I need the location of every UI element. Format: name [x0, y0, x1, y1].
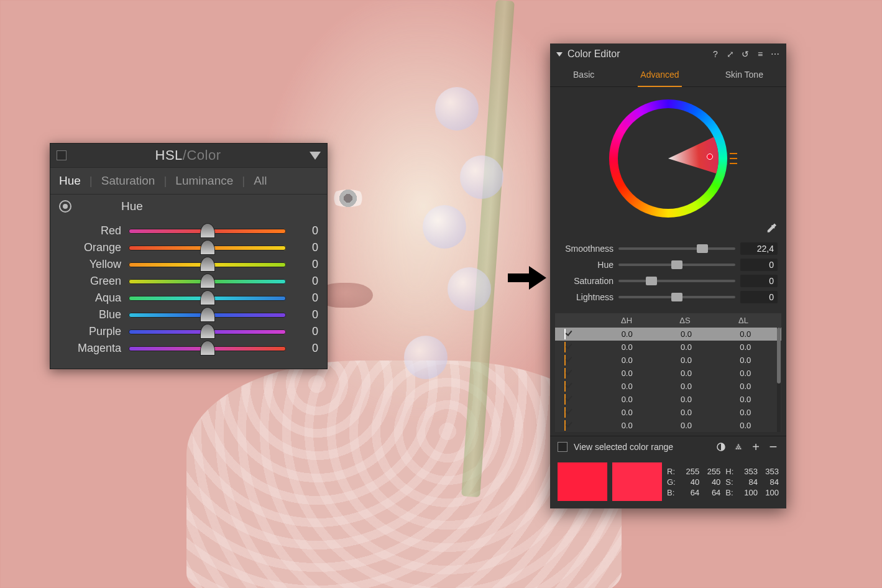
tab-hue[interactable]: Hue	[59, 174, 81, 188]
slider-value[interactable]: 0	[293, 325, 318, 338]
tab-saturation[interactable]: Saturation	[101, 174, 155, 188]
slider-hue: Hue0	[559, 259, 778, 271]
slider-thumb[interactable]	[671, 293, 682, 301]
cell-ds: 0.0	[656, 382, 715, 391]
slider-track[interactable]	[129, 313, 286, 318]
more-icon[interactable]: ⋯	[770, 49, 780, 59]
slider-value[interactable]: 0	[293, 308, 318, 321]
slider-track[interactable]	[129, 262, 286, 267]
slider-track[interactable]	[618, 296, 735, 298]
help-icon[interactable]: ?	[710, 49, 720, 59]
slider-value[interactable]: 0	[740, 275, 778, 287]
table-header: ΔH ΔS ΔL	[555, 313, 781, 328]
table-row[interactable]: 0.00.00.0	[555, 367, 781, 380]
panel-switch-icon[interactable]	[57, 150, 67, 160]
panel-title: Color Editor	[567, 48, 705, 60]
presets-icon[interactable]: ≡	[755, 49, 765, 59]
svg-point-2	[738, 448, 739, 449]
tab-advanced[interactable]: Advanced	[638, 65, 681, 87]
title-color[interactable]: Color	[186, 147, 221, 163]
slider-orange: Orange0	[59, 241, 318, 254]
slider-track[interactable]	[129, 296, 286, 301]
row-checkbox[interactable]	[564, 420, 566, 431]
slider-thumb[interactable]	[646, 277, 657, 285]
color-info: R:255255 H:353353 G:4040 S:8484 B:6464 B…	[550, 457, 786, 508]
tab-all[interactable]: All	[254, 174, 267, 188]
slider-thumb[interactable]	[201, 257, 214, 271]
table-row[interactable]: 0.00.00.0	[555, 354, 781, 367]
slider-track[interactable]	[129, 279, 286, 284]
row-checkbox[interactable]	[564, 381, 566, 392]
slider-label: Blue	[59, 308, 121, 321]
slider-thumb[interactable]	[201, 224, 214, 237]
tab-luminance[interactable]: Luminance	[175, 174, 233, 188]
table-row[interactable]: 0.00.00.0	[555, 419, 781, 432]
slider-value[interactable]: 0	[293, 224, 318, 237]
slider-track[interactable]	[129, 246, 286, 250]
selection-wedge[interactable]	[618, 108, 719, 209]
color-wheel[interactable]	[609, 99, 727, 218]
cell-dl: 0.0	[716, 408, 775, 417]
slider-thumb[interactable]	[671, 260, 682, 269]
table-row[interactable]: 0.00.00.0	[555, 380, 781, 393]
reset-icon[interactable]: ↺	[740, 49, 750, 59]
range-handles[interactable]	[730, 153, 737, 164]
slider-thumb[interactable]	[697, 244, 708, 253]
table-row[interactable]: 0.00.00.0	[555, 328, 781, 341]
collapse-icon[interactable]	[310, 152, 321, 160]
slider-label: Lightness	[559, 292, 613, 302]
row-checkbox[interactable]	[564, 407, 566, 418]
view-range-checkbox[interactable]	[558, 442, 567, 452]
slider-value[interactable]: 0	[293, 258, 318, 271]
table-row[interactable]: 0.00.00.0	[555, 341, 781, 354]
slider-value[interactable]: 0	[293, 342, 318, 355]
slider-thumb[interactable]	[201, 274, 214, 288]
slider-track[interactable]	[618, 247, 735, 250]
slider-track[interactable]	[129, 329, 286, 334]
expand-icon[interactable]: ⤢	[725, 49, 735, 59]
invert-icon[interactable]	[733, 441, 744, 452]
slider-label: Saturation	[559, 276, 613, 286]
row-checkbox[interactable]	[564, 355, 566, 365]
swatch-after	[612, 462, 662, 501]
targeted-adjustment-icon[interactable]	[59, 200, 71, 213]
slider-thumb[interactable]	[201, 341, 214, 355]
tab-basic[interactable]: Basic	[571, 65, 597, 86]
slider-label: Purple	[59, 325, 121, 338]
row-checkbox[interactable]	[564, 394, 566, 405]
slider-track[interactable]	[618, 280, 735, 282]
slider-value[interactable]: 0	[293, 292, 318, 305]
selection-dot[interactable]	[707, 154, 713, 160]
table-row[interactable]: 0.00.00.0	[555, 393, 781, 406]
title-hsl[interactable]: HSL	[155, 147, 183, 163]
row-checkbox[interactable]	[564, 368, 566, 379]
eyedropper-icon[interactable]	[765, 223, 776, 234]
mask-icon[interactable]	[715, 441, 727, 452]
slider-value[interactable]: 0	[293, 275, 318, 288]
slider-track[interactable]	[129, 229, 286, 234]
slider-value[interactable]: 0	[293, 241, 318, 254]
arrow-right-icon	[508, 265, 546, 291]
row-checkbox[interactable]	[564, 342, 566, 352]
slider-label: Magenta	[59, 342, 121, 355]
slider-blue: Blue0	[59, 308, 318, 321]
row-checkbox[interactable]	[564, 329, 566, 339]
cell-ds: 0.0	[656, 421, 715, 430]
background-photo	[329, 190, 367, 207]
add-icon[interactable]: +	[750, 441, 761, 452]
remove-icon[interactable]: −	[768, 441, 779, 452]
tab-skin-tone[interactable]: Skin Tone	[723, 65, 766, 86]
slider-thumb[interactable]	[201, 291, 214, 305]
scrollbar[interactable]	[777, 328, 781, 432]
slider-thumb[interactable]	[201, 308, 214, 321]
slider-track[interactable]	[129, 346, 286, 351]
slider-track[interactable]	[618, 264, 735, 266]
slider-value[interactable]: 0	[740, 259, 778, 271]
slider-thumb[interactable]	[201, 241, 214, 254]
table-row[interactable]: 0.00.00.0	[555, 406, 781, 419]
cell-ds: 0.0	[656, 395, 715, 404]
slider-thumb[interactable]	[201, 324, 214, 338]
slider-value[interactable]: 22,4	[740, 242, 778, 255]
slider-value[interactable]: 0	[740, 291, 778, 303]
collapse-icon[interactable]	[556, 52, 563, 57]
